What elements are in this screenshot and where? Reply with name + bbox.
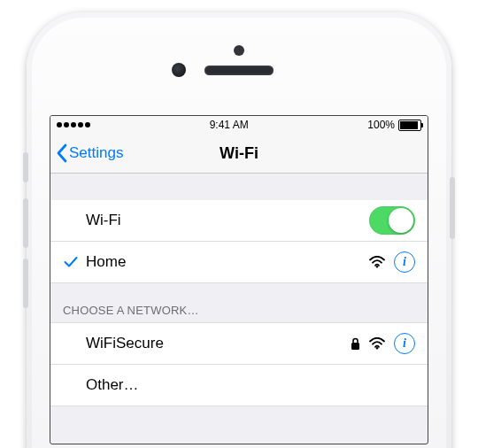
checkmark-icon — [61, 242, 81, 282]
wifi-signal-icon — [369, 256, 385, 268]
choose-network-header: CHOOSE A NETWORK… — [50, 283, 428, 322]
nav-bar: Settings Wi-Fi — [50, 134, 428, 174]
proximity-sensor — [234, 45, 244, 56]
lock-icon — [351, 337, 360, 351]
info-button[interactable]: i — [394, 333, 415, 354]
wifi-toggle-row[interactable]: Wi-Fi — [50, 200, 428, 242]
network-name: WiFiSecure — [86, 335, 164, 352]
back-label: Settings — [69, 144, 123, 162]
status-bar: 9:41 AM 100% — [50, 116, 428, 134]
cellular-signal-icon — [57, 122, 90, 127]
front-camera — [172, 63, 186, 77]
back-button[interactable]: Settings — [50, 143, 123, 163]
wifi-toggle-label: Wi-Fi — [86, 212, 121, 229]
svg-point-2 — [376, 347, 378, 349]
volume-up — [23, 198, 28, 248]
network-row-other[interactable]: Other… — [50, 365, 428, 406]
power-button — [450, 177, 455, 239]
earpiece-speaker — [204, 66, 274, 75]
mute-switch — [23, 152, 28, 182]
wifi-signal-icon — [369, 337, 385, 350]
info-button[interactable]: i — [394, 251, 415, 273]
battery-percent: 100% — [367, 119, 395, 131]
screen: 9:41 AM 100% Settings Wi-Fi Wi-Fi — [50, 115, 428, 444]
network-name: Other… — [86, 376, 139, 394]
network-row-wifisecure[interactable]: WiFiSecure i — [50, 322, 428, 365]
volume-down — [23, 259, 28, 308]
svg-point-0 — [376, 266, 378, 267]
wifi-switch[interactable] — [369, 206, 415, 235]
phone-frame: 9:41 AM 100% Settings Wi-Fi Wi-Fi — [27, 12, 451, 448]
battery-icon — [398, 120, 421, 131]
connected-network-name: Home — [86, 253, 126, 271]
status-time: 9:41 AM — [210, 119, 249, 131]
connected-network-row[interactable]: Home i — [50, 242, 428, 283]
chevron-left-icon — [56, 143, 67, 163]
svg-rect-1 — [351, 343, 359, 350]
